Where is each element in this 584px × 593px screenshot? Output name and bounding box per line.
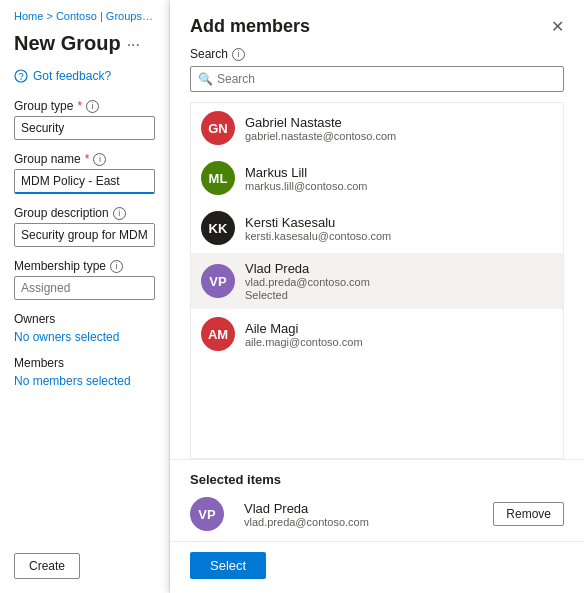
search-input[interactable] — [190, 66, 564, 92]
owners-link[interactable]: No owners selected — [14, 330, 119, 344]
search-info-icon[interactable]: i — [232, 48, 245, 61]
member-info: Gabriel Nastastegabriel.nastaste@contoso… — [245, 115, 553, 142]
avatar: KK — [201, 211, 235, 245]
group-description-section: Group description i — [14, 206, 155, 247]
left-panel: Home > Contoso | Groups > Gr... New Grou… — [0, 0, 170, 593]
membership-type-info-icon[interactable]: i — [110, 260, 123, 273]
select-button[interactable]: Select — [190, 552, 266, 579]
list-item[interactable]: MLMarkus Lillmarkus.lill@contoso.com — [191, 153, 563, 203]
remove-button[interactable]: Remove — [493, 502, 564, 526]
page-title: New Group — [14, 32, 121, 55]
svg-point-1 — [20, 78, 22, 80]
selected-item-row: VP Vlad Preda vlad.preda@contoso.com Rem… — [190, 497, 564, 531]
group-name-required: * — [85, 152, 90, 166]
feedback-label: Got feedback? — [33, 69, 111, 83]
search-icon: 🔍 — [198, 72, 213, 86]
svg-point-0 — [15, 70, 27, 82]
group-name-input[interactable] — [14, 169, 155, 194]
member-info: Markus Lillmarkus.lill@contoso.com — [245, 165, 553, 192]
add-members-modal: Add members ✕ Search i 🔍 GNGabriel Nasta… — [170, 0, 584, 593]
modal-body: Search i 🔍 GNGabriel Nastastegabriel.nas… — [170, 47, 584, 459]
member-info: Vlad Predavlad.preda@contoso.comSelected — [245, 261, 553, 301]
close-button[interactable]: ✕ — [551, 19, 564, 35]
list-item[interactable]: KKKersti Kasesalukersti.kasesalu@contoso… — [191, 203, 563, 253]
selected-item-info: VP Vlad Preda vlad.preda@contoso.com — [190, 497, 369, 531]
search-label: Search i — [190, 47, 564, 61]
selected-member-name: Vlad Preda — [244, 501, 369, 516]
members-link[interactable]: No members selected — [14, 374, 131, 388]
breadcrumb[interactable]: Home > Contoso | Groups > Gr... — [14, 10, 155, 22]
membership-type-label: Membership type — [14, 259, 106, 273]
modal-footer: Select — [170, 541, 584, 593]
modal-header: Add members ✕ — [170, 0, 584, 47]
group-description-label: Group description — [14, 206, 109, 220]
member-name: Aile Magi — [245, 321, 553, 336]
group-name-section: Group name * i — [14, 152, 155, 194]
selected-section: Selected items VP Vlad Preda vlad.preda@… — [170, 459, 584, 541]
members-label: Members — [14, 356, 64, 370]
member-name: Kersti Kasesalu — [245, 215, 553, 230]
members-section: Members No members selected — [14, 356, 155, 388]
modal-title: Add members — [190, 16, 310, 37]
selected-avatar: VP — [190, 497, 224, 531]
group-type-label: Group type — [14, 99, 73, 113]
create-button[interactable]: Create — [14, 553, 80, 579]
group-type-input[interactable] — [14, 116, 155, 140]
group-type-required: * — [77, 99, 82, 113]
owners-label: Owners — [14, 312, 55, 326]
list-item[interactable]: AMAile Magiaile.magi@contoso.com — [191, 309, 563, 359]
member-email: markus.lill@contoso.com — [245, 180, 553, 192]
group-name-label: Group name — [14, 152, 81, 166]
ellipsis-button[interactable]: ··· — [127, 36, 140, 54]
list-item[interactable]: VPVlad Predavlad.preda@contoso.comSelect… — [191, 253, 563, 309]
group-type-info-icon[interactable]: i — [86, 100, 99, 113]
membership-type-input[interactable] — [14, 276, 155, 300]
selected-member-email: vlad.preda@contoso.com — [244, 516, 369, 528]
feedback-row[interactable]: Got feedback? — [14, 69, 155, 83]
membership-type-section: Membership type i — [14, 259, 155, 300]
avatar: GN — [201, 111, 235, 145]
list-item[interactable]: GNGabriel Nastastegabriel.nastaste@conto… — [191, 103, 563, 153]
selected-tag: Selected — [245, 289, 553, 301]
member-email: kersti.kasesalu@contoso.com — [245, 230, 553, 242]
group-description-info-icon[interactable]: i — [113, 207, 126, 220]
member-list: GNGabriel Nastastegabriel.nastaste@conto… — [190, 102, 564, 459]
group-type-section: Group type * i — [14, 99, 155, 140]
avatar: ML — [201, 161, 235, 195]
avatar: AM — [201, 317, 235, 351]
search-wrapper: 🔍 — [190, 66, 564, 92]
member-name: Vlad Preda — [245, 261, 553, 276]
group-name-info-icon[interactable]: i — [93, 153, 106, 166]
member-info: Kersti Kasesalukersti.kasesalu@contoso.c… — [245, 215, 553, 242]
feedback-icon — [14, 69, 28, 83]
member-info: Aile Magiaile.magi@contoso.com — [245, 321, 553, 348]
selected-member-info: Vlad Preda vlad.preda@contoso.com — [244, 501, 369, 528]
member-email: gabriel.nastaste@contoso.com — [245, 130, 553, 142]
member-name: Markus Lill — [245, 165, 553, 180]
member-name: Gabriel Nastaste — [245, 115, 553, 130]
owners-section: Owners No owners selected — [14, 312, 155, 344]
member-email: aile.magi@contoso.com — [245, 336, 553, 348]
member-email: vlad.preda@contoso.com — [245, 276, 553, 288]
avatar: VP — [201, 264, 235, 298]
selected-items-title: Selected items — [190, 472, 564, 487]
group-description-input[interactable] — [14, 223, 155, 247]
